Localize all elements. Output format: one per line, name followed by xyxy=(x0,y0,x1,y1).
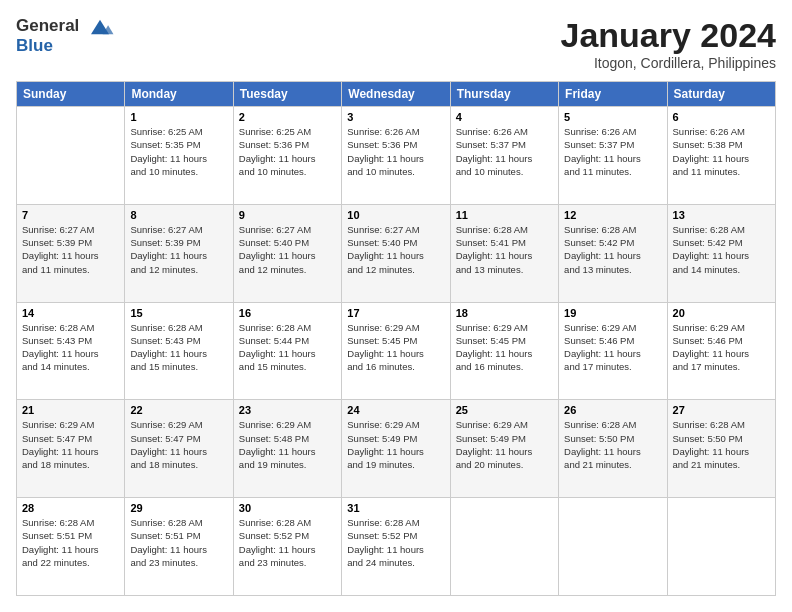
calendar-cell xyxy=(559,498,667,596)
day-info: Sunrise: 6:26 AM Sunset: 5:36 PM Dayligh… xyxy=(347,125,444,178)
calendar-cell: 5Sunrise: 6:26 AM Sunset: 5:37 PM Daylig… xyxy=(559,107,667,205)
day-info: Sunrise: 6:29 AM Sunset: 5:46 PM Dayligh… xyxy=(673,321,770,374)
location: Itogon, Cordillera, Philippines xyxy=(561,55,777,71)
calendar-cell: 15Sunrise: 6:28 AM Sunset: 5:43 PM Dayli… xyxy=(125,302,233,400)
day-number: 25 xyxy=(456,404,553,416)
calendar-cell: 8Sunrise: 6:27 AM Sunset: 5:39 PM Daylig… xyxy=(125,204,233,302)
week-row-4: 21Sunrise: 6:29 AM Sunset: 5:47 PM Dayli… xyxy=(17,400,776,498)
day-number: 24 xyxy=(347,404,444,416)
day-number: 20 xyxy=(673,307,770,319)
calendar-cell: 11Sunrise: 6:28 AM Sunset: 5:41 PM Dayli… xyxy=(450,204,558,302)
calendar-cell: 29Sunrise: 6:28 AM Sunset: 5:51 PM Dayli… xyxy=(125,498,233,596)
calendar-cell: 30Sunrise: 6:28 AM Sunset: 5:52 PM Dayli… xyxy=(233,498,341,596)
calendar-cell xyxy=(17,107,125,205)
day-number: 29 xyxy=(130,502,227,514)
day-info: Sunrise: 6:29 AM Sunset: 5:46 PM Dayligh… xyxy=(564,321,661,374)
calendar-cell: 17Sunrise: 6:29 AM Sunset: 5:45 PM Dayli… xyxy=(342,302,450,400)
day-number: 1 xyxy=(130,111,227,123)
day-info: Sunrise: 6:27 AM Sunset: 5:39 PM Dayligh… xyxy=(22,223,119,276)
calendar-cell: 9Sunrise: 6:27 AM Sunset: 5:40 PM Daylig… xyxy=(233,204,341,302)
calendar-cell: 23Sunrise: 6:29 AM Sunset: 5:48 PM Dayli… xyxy=(233,400,341,498)
header-saturday: Saturday xyxy=(667,82,775,107)
calendar-cell: 2Sunrise: 6:25 AM Sunset: 5:36 PM Daylig… xyxy=(233,107,341,205)
day-info: Sunrise: 6:27 AM Sunset: 5:40 PM Dayligh… xyxy=(239,223,336,276)
header-friday: Friday xyxy=(559,82,667,107)
calendar-cell: 3Sunrise: 6:26 AM Sunset: 5:36 PM Daylig… xyxy=(342,107,450,205)
day-number: 4 xyxy=(456,111,553,123)
header-monday: Monday xyxy=(125,82,233,107)
calendar-cell: 7Sunrise: 6:27 AM Sunset: 5:39 PM Daylig… xyxy=(17,204,125,302)
day-number: 8 xyxy=(130,209,227,221)
day-info: Sunrise: 6:28 AM Sunset: 5:51 PM Dayligh… xyxy=(22,516,119,569)
calendar-cell: 19Sunrise: 6:29 AM Sunset: 5:46 PM Dayli… xyxy=(559,302,667,400)
day-number: 10 xyxy=(347,209,444,221)
calendar-cell xyxy=(450,498,558,596)
calendar-cell: 18Sunrise: 6:29 AM Sunset: 5:45 PM Dayli… xyxy=(450,302,558,400)
day-info: Sunrise: 6:28 AM Sunset: 5:52 PM Dayligh… xyxy=(239,516,336,569)
day-number: 2 xyxy=(239,111,336,123)
calendar-cell: 21Sunrise: 6:29 AM Sunset: 5:47 PM Dayli… xyxy=(17,400,125,498)
day-info: Sunrise: 6:28 AM Sunset: 5:42 PM Dayligh… xyxy=(564,223,661,276)
day-number: 11 xyxy=(456,209,553,221)
weekday-header-row: Sunday Monday Tuesday Wednesday Thursday… xyxy=(17,82,776,107)
calendar-cell: 14Sunrise: 6:28 AM Sunset: 5:43 PM Dayli… xyxy=(17,302,125,400)
day-number: 22 xyxy=(130,404,227,416)
day-info: Sunrise: 6:28 AM Sunset: 5:43 PM Dayligh… xyxy=(130,321,227,374)
day-number: 26 xyxy=(564,404,661,416)
calendar-cell: 12Sunrise: 6:28 AM Sunset: 5:42 PM Dayli… xyxy=(559,204,667,302)
header-thursday: Thursday xyxy=(450,82,558,107)
calendar-cell: 13Sunrise: 6:28 AM Sunset: 5:42 PM Dayli… xyxy=(667,204,775,302)
header-tuesday: Tuesday xyxy=(233,82,341,107)
calendar-table: Sunday Monday Tuesday Wednesday Thursday… xyxy=(16,81,776,596)
week-row-2: 7Sunrise: 6:27 AM Sunset: 5:39 PM Daylig… xyxy=(17,204,776,302)
day-info: Sunrise: 6:26 AM Sunset: 5:37 PM Dayligh… xyxy=(456,125,553,178)
day-number: 3 xyxy=(347,111,444,123)
header-sunday: Sunday xyxy=(17,82,125,107)
day-info: Sunrise: 6:28 AM Sunset: 5:43 PM Dayligh… xyxy=(22,321,119,374)
day-info: Sunrise: 6:29 AM Sunset: 5:47 PM Dayligh… xyxy=(130,418,227,471)
week-row-3: 14Sunrise: 6:28 AM Sunset: 5:43 PM Dayli… xyxy=(17,302,776,400)
day-info: Sunrise: 6:25 AM Sunset: 5:35 PM Dayligh… xyxy=(130,125,227,178)
day-number: 14 xyxy=(22,307,119,319)
day-info: Sunrise: 6:29 AM Sunset: 5:49 PM Dayligh… xyxy=(456,418,553,471)
day-number: 30 xyxy=(239,502,336,514)
day-number: 15 xyxy=(130,307,227,319)
day-number: 6 xyxy=(673,111,770,123)
day-number: 27 xyxy=(673,404,770,416)
day-number: 9 xyxy=(239,209,336,221)
calendar-cell: 26Sunrise: 6:28 AM Sunset: 5:50 PM Dayli… xyxy=(559,400,667,498)
day-number: 5 xyxy=(564,111,661,123)
calendar-cell: 20Sunrise: 6:29 AM Sunset: 5:46 PM Dayli… xyxy=(667,302,775,400)
calendar-cell xyxy=(667,498,775,596)
logo-blue: Blue xyxy=(16,36,114,56)
day-number: 13 xyxy=(673,209,770,221)
day-info: Sunrise: 6:29 AM Sunset: 5:45 PM Dayligh… xyxy=(456,321,553,374)
day-info: Sunrise: 6:27 AM Sunset: 5:40 PM Dayligh… xyxy=(347,223,444,276)
day-info: Sunrise: 6:29 AM Sunset: 5:48 PM Dayligh… xyxy=(239,418,336,471)
calendar-cell: 16Sunrise: 6:28 AM Sunset: 5:44 PM Dayli… xyxy=(233,302,341,400)
page: General Blue January 2024 Itogon, Cordil… xyxy=(0,0,792,612)
calendar-cell: 28Sunrise: 6:28 AM Sunset: 5:51 PM Dayli… xyxy=(17,498,125,596)
day-info: Sunrise: 6:29 AM Sunset: 5:47 PM Dayligh… xyxy=(22,418,119,471)
day-info: Sunrise: 6:29 AM Sunset: 5:45 PM Dayligh… xyxy=(347,321,444,374)
calendar-cell: 22Sunrise: 6:29 AM Sunset: 5:47 PM Dayli… xyxy=(125,400,233,498)
day-info: Sunrise: 6:28 AM Sunset: 5:50 PM Dayligh… xyxy=(673,418,770,471)
day-number: 28 xyxy=(22,502,119,514)
day-number: 19 xyxy=(564,307,661,319)
logo: General Blue xyxy=(16,16,114,57)
month-title: January 2024 xyxy=(561,16,777,55)
day-info: Sunrise: 6:28 AM Sunset: 5:50 PM Dayligh… xyxy=(564,418,661,471)
calendar-cell: 25Sunrise: 6:29 AM Sunset: 5:49 PM Dayli… xyxy=(450,400,558,498)
day-info: Sunrise: 6:28 AM Sunset: 5:41 PM Dayligh… xyxy=(456,223,553,276)
calendar-cell: 6Sunrise: 6:26 AM Sunset: 5:38 PM Daylig… xyxy=(667,107,775,205)
day-info: Sunrise: 6:28 AM Sunset: 5:44 PM Dayligh… xyxy=(239,321,336,374)
day-number: 12 xyxy=(564,209,661,221)
day-info: Sunrise: 6:28 AM Sunset: 5:42 PM Dayligh… xyxy=(673,223,770,276)
day-number: 31 xyxy=(347,502,444,514)
day-number: 17 xyxy=(347,307,444,319)
logo-icon xyxy=(86,18,114,36)
logo-general: General xyxy=(16,16,114,36)
day-info: Sunrise: 6:29 AM Sunset: 5:49 PM Dayligh… xyxy=(347,418,444,471)
day-number: 18 xyxy=(456,307,553,319)
day-number: 21 xyxy=(22,404,119,416)
